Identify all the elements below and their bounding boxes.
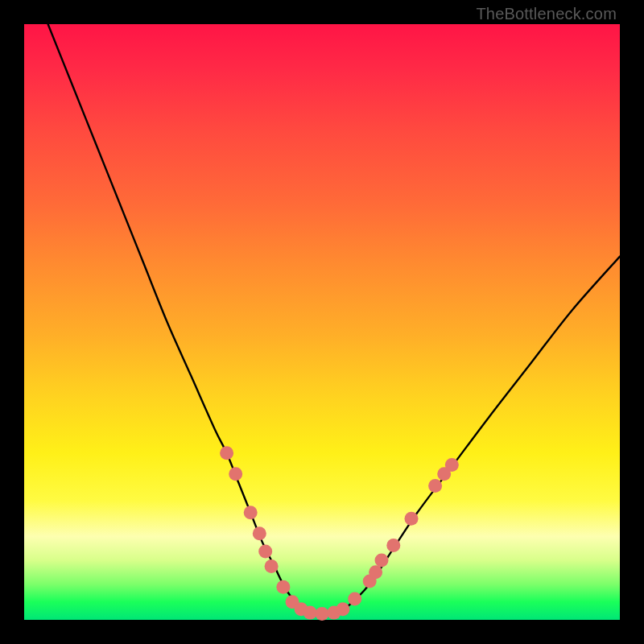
curve-marker xyxy=(276,580,290,594)
curve-marker xyxy=(375,554,389,568)
curve-marker xyxy=(316,607,329,621)
curve-markers xyxy=(220,446,459,621)
bottleneck-curve xyxy=(48,24,620,614)
curve-marker xyxy=(265,559,279,573)
watermark-text: TheBottleneck.com xyxy=(476,5,617,23)
curve-marker xyxy=(244,506,258,519)
curve-marker xyxy=(303,606,317,620)
curve-layer xyxy=(24,24,620,620)
plot-area xyxy=(24,24,620,620)
curve-marker xyxy=(258,544,272,558)
curve-marker xyxy=(229,467,242,481)
curve-marker xyxy=(220,446,233,460)
curve-marker xyxy=(336,602,349,616)
curve-marker xyxy=(253,526,266,540)
curve-marker xyxy=(348,592,361,606)
curve-marker xyxy=(445,458,459,472)
curve-marker xyxy=(405,512,419,526)
chart-frame: TheBottleneck.com xyxy=(0,0,644,644)
curve-marker xyxy=(369,565,382,579)
curve-marker xyxy=(386,539,400,552)
curve-marker xyxy=(428,479,442,493)
